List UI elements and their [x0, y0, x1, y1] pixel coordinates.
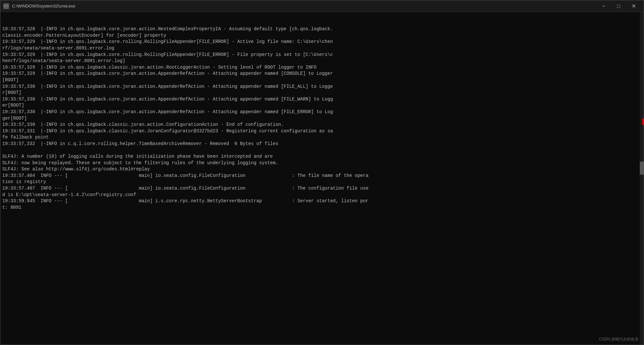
console-text: 19:33:57,328 |-INFO in ch.qos.logback.co…: [2, 26, 642, 211]
console-output: 19:33:57,328 |-INFO in ch.qos.logback.co…: [0, 12, 644, 345]
window-controls: − □ ✕: [596, 0, 641, 12]
minimize-button[interactable]: −: [596, 0, 611, 12]
title-bar: C:\ C:\WINDOWS\system32\cmd.exe − □ ✕: [0, 0, 644, 12]
scrollbar-thumb-red: [642, 118, 644, 125]
close-button[interactable]: ✕: [626, 0, 641, 12]
maximize-button[interactable]: □: [611, 0, 626, 12]
cmd-window: C:\ C:\WINDOWS\system32\cmd.exe − □ ✕ 19…: [0, 0, 644, 345]
scrollbar-thumb[interactable]: [640, 162, 644, 175]
window-title: C:\WINDOWS\system32\cmd.exe: [12, 4, 596, 8]
app-icon: C:\: [3, 3, 9, 9]
watermark: CSDN @喝汽水的鱼龙: [599, 337, 638, 342]
cmd-icon: C:\: [4, 4, 8, 8]
scrollbar-track[interactable]: [640, 12, 644, 345]
